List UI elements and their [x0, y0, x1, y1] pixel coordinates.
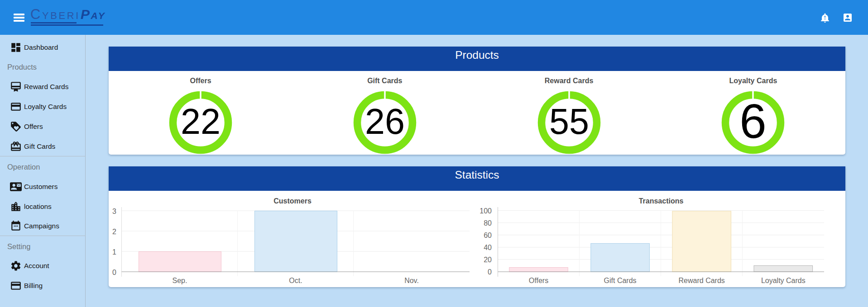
svg-text:1: 1	[112, 248, 116, 256]
svg-text:2: 2	[112, 228, 116, 236]
svg-text:80: 80	[484, 219, 492, 227]
svg-text:60: 60	[484, 231, 492, 239]
svg-text:3: 3	[112, 208, 116, 215]
svg-text:Customers: Customers	[273, 197, 312, 205]
svg-text:Offers: Offers	[529, 277, 548, 284]
svg-text:Transactions: Transactions	[639, 197, 684, 205]
svg-text:Nov.: Nov.	[404, 277, 419, 284]
svg-text:Gift Cards: Gift Cards	[604, 277, 637, 284]
svg-text:100: 100	[480, 207, 492, 215]
svg-text:40: 40	[484, 244, 492, 251]
svg-text:Loyalty Cards: Loyalty Cards	[761, 277, 806, 284]
svg-text:0: 0	[488, 268, 492, 276]
svg-text:Reward Cards: Reward Cards	[679, 277, 725, 284]
svg-text:20: 20	[484, 256, 492, 264]
svg-text:Sep.: Sep.	[173, 277, 187, 284]
svg-text:0: 0	[112, 269, 116, 276]
svg-text:Oct.: Oct.	[289, 277, 302, 284]
